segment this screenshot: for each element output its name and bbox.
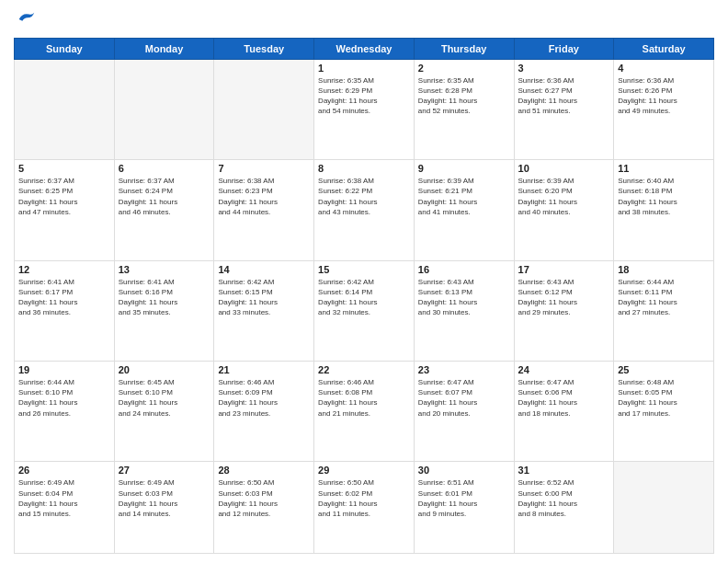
- day-info: Sunrise: 6:52 AM Sunset: 6:00 PM Dayligh…: [518, 477, 610, 519]
- calendar-header-wednesday: Wednesday: [314, 38, 415, 59]
- calendar-cell: [214, 59, 314, 159]
- day-number: 11: [618, 163, 710, 174]
- calendar-cell: 9Sunrise: 6:39 AM Sunset: 6:21 PM Daylig…: [414, 160, 514, 260]
- day-info: Sunrise: 6:40 AM Sunset: 6:18 PM Dayligh…: [618, 176, 710, 217]
- calendar-cell: 17Sunrise: 6:43 AM Sunset: 6:12 PM Dayli…: [514, 260, 614, 361]
- day-number: 2: [418, 63, 510, 74]
- day-info: Sunrise: 6:51 AM Sunset: 6:01 PM Dayligh…: [418, 477, 510, 519]
- calendar-cell: 29Sunrise: 6:50 AM Sunset: 6:02 PM Dayli…: [314, 462, 415, 554]
- day-number: 29: [318, 465, 410, 476]
- calendar-cell: 1Sunrise: 6:35 AM Sunset: 6:29 PM Daylig…: [314, 59, 415, 159]
- calendar-cell: 10Sunrise: 6:39 AM Sunset: 6:20 PM Dayli…: [514, 160, 614, 260]
- day-info: Sunrise: 6:41 AM Sunset: 6:16 PM Dayligh…: [119, 277, 210, 318]
- calendar-cell: 8Sunrise: 6:38 AM Sunset: 6:22 PM Daylig…: [314, 160, 415, 260]
- calendar-cell: 11Sunrise: 6:40 AM Sunset: 6:18 PM Dayli…: [614, 160, 714, 260]
- day-number: 21: [218, 364, 310, 375]
- day-number: 8: [318, 163, 410, 174]
- calendar-header-sunday: Sunday: [15, 38, 115, 59]
- day-number: 7: [218, 163, 310, 174]
- day-number: 4: [618, 63, 710, 74]
- calendar-cell: 2Sunrise: 6:35 AM Sunset: 6:28 PM Daylig…: [414, 59, 514, 159]
- day-info: Sunrise: 6:49 AM Sunset: 6:03 PM Dayligh…: [119, 477, 210, 519]
- day-number: 20: [119, 364, 210, 375]
- calendar-cell: 25Sunrise: 6:48 AM Sunset: 6:05 PM Dayli…: [614, 362, 714, 462]
- day-info: Sunrise: 6:36 AM Sunset: 6:27 PM Dayligh…: [518, 75, 610, 117]
- day-number: 30: [418, 465, 510, 476]
- day-info: Sunrise: 6:45 AM Sunset: 6:10 PM Dayligh…: [119, 377, 210, 419]
- calendar-cell: 12Sunrise: 6:41 AM Sunset: 6:17 PM Dayli…: [15, 260, 115, 361]
- calendar-cell: 26Sunrise: 6:49 AM Sunset: 6:04 PM Dayli…: [15, 462, 115, 554]
- day-number: 17: [518, 264, 610, 275]
- day-info: Sunrise: 6:43 AM Sunset: 6:13 PM Dayligh…: [418, 277, 510, 318]
- calendar-cell: 31Sunrise: 6:52 AM Sunset: 6:00 PM Dayli…: [514, 462, 614, 554]
- calendar-cell: 24Sunrise: 6:47 AM Sunset: 6:06 PM Dayli…: [514, 362, 614, 462]
- day-info: Sunrise: 6:47 AM Sunset: 6:06 PM Dayligh…: [518, 377, 610, 419]
- calendar-cell: 22Sunrise: 6:46 AM Sunset: 6:08 PM Dayli…: [314, 362, 415, 462]
- day-info: Sunrise: 6:42 AM Sunset: 6:15 PM Dayligh…: [218, 277, 310, 318]
- day-number: 26: [18, 465, 110, 476]
- calendar-week-4: 26Sunrise: 6:49 AM Sunset: 6:04 PM Dayli…: [15, 462, 714, 554]
- calendar-cell: 16Sunrise: 6:43 AM Sunset: 6:13 PM Dayli…: [414, 260, 514, 361]
- calendar-header-tuesday: Tuesday: [214, 38, 314, 59]
- logo-bird-icon: [16, 9, 36, 29]
- day-number: 22: [318, 364, 410, 375]
- day-info: Sunrise: 6:44 AM Sunset: 6:10 PM Dayligh…: [18, 377, 110, 419]
- day-number: 19: [18, 364, 110, 375]
- day-number: 14: [218, 264, 310, 275]
- calendar-header-friday: Friday: [514, 38, 614, 59]
- calendar-cell: 21Sunrise: 6:46 AM Sunset: 6:09 PM Dayli…: [214, 362, 314, 462]
- day-info: Sunrise: 6:39 AM Sunset: 6:20 PM Dayligh…: [518, 176, 610, 217]
- calendar-cell: 3Sunrise: 6:36 AM Sunset: 6:27 PM Daylig…: [514, 59, 614, 159]
- day-number: 25: [618, 364, 710, 375]
- day-number: 5: [18, 163, 110, 174]
- day-info: Sunrise: 6:35 AM Sunset: 6:29 PM Dayligh…: [318, 75, 410, 117]
- calendar-cell: 5Sunrise: 6:37 AM Sunset: 6:25 PM Daylig…: [15, 160, 115, 260]
- day-info: Sunrise: 6:37 AM Sunset: 6:24 PM Dayligh…: [119, 176, 210, 217]
- calendar-cell: 15Sunrise: 6:42 AM Sunset: 6:14 PM Dayli…: [314, 260, 415, 361]
- day-number: 13: [119, 264, 210, 275]
- calendar-week-1: 5Sunrise: 6:37 AM Sunset: 6:25 PM Daylig…: [15, 160, 714, 260]
- calendar-cell: 6Sunrise: 6:37 AM Sunset: 6:24 PM Daylig…: [114, 160, 214, 260]
- day-info: Sunrise: 6:36 AM Sunset: 6:26 PM Dayligh…: [618, 75, 710, 117]
- calendar-cell: 23Sunrise: 6:47 AM Sunset: 6:07 PM Dayli…: [414, 362, 514, 462]
- logo: [14, 9, 36, 30]
- calendar-cell: 20Sunrise: 6:45 AM Sunset: 6:10 PM Dayli…: [114, 362, 214, 462]
- day-info: Sunrise: 6:44 AM Sunset: 6:11 PM Dayligh…: [618, 277, 710, 318]
- day-info: Sunrise: 6:38 AM Sunset: 6:22 PM Dayligh…: [318, 176, 410, 217]
- calendar-cell: 18Sunrise: 6:44 AM Sunset: 6:11 PM Dayli…: [614, 260, 714, 361]
- day-info: Sunrise: 6:48 AM Sunset: 6:05 PM Dayligh…: [618, 377, 710, 419]
- calendar-cell: 13Sunrise: 6:41 AM Sunset: 6:16 PM Dayli…: [114, 260, 214, 361]
- day-number: 9: [418, 163, 510, 174]
- day-number: 16: [418, 264, 510, 275]
- day-number: 12: [18, 264, 110, 275]
- calendar-table: SundayMondayTuesdayWednesdayThursdayFrid…: [14, 38, 714, 554]
- day-number: 27: [119, 465, 210, 476]
- day-number: 6: [119, 163, 210, 174]
- day-number: 15: [318, 264, 410, 275]
- day-info: Sunrise: 6:43 AM Sunset: 6:12 PM Dayligh…: [518, 277, 610, 318]
- day-info: Sunrise: 6:37 AM Sunset: 6:25 PM Dayligh…: [18, 176, 110, 217]
- calendar-cell: 28Sunrise: 6:50 AM Sunset: 6:03 PM Dayli…: [214, 462, 314, 554]
- calendar-cell: 19Sunrise: 6:44 AM Sunset: 6:10 PM Dayli…: [15, 362, 115, 462]
- day-info: Sunrise: 6:47 AM Sunset: 6:07 PM Dayligh…: [418, 377, 510, 419]
- day-number: 31: [518, 465, 610, 476]
- calendar-cell: [15, 59, 115, 159]
- day-number: 28: [218, 465, 310, 476]
- calendar-cell: 4Sunrise: 6:36 AM Sunset: 6:26 PM Daylig…: [614, 59, 714, 159]
- calendar-cell: 30Sunrise: 6:51 AM Sunset: 6:01 PM Dayli…: [414, 462, 514, 554]
- day-info: Sunrise: 6:38 AM Sunset: 6:23 PM Dayligh…: [218, 176, 310, 217]
- day-number: 10: [518, 163, 610, 174]
- calendar-cell: 14Sunrise: 6:42 AM Sunset: 6:15 PM Dayli…: [214, 260, 314, 361]
- day-number: 24: [518, 364, 610, 375]
- calendar-week-0: 1Sunrise: 6:35 AM Sunset: 6:29 PM Daylig…: [15, 59, 714, 159]
- calendar-cell: 7Sunrise: 6:38 AM Sunset: 6:23 PM Daylig…: [214, 160, 314, 260]
- calendar-header-saturday: Saturday: [614, 38, 714, 59]
- day-number: 23: [418, 364, 510, 375]
- day-info: Sunrise: 6:46 AM Sunset: 6:09 PM Dayligh…: [218, 377, 310, 419]
- day-info: Sunrise: 6:41 AM Sunset: 6:17 PM Dayligh…: [18, 277, 110, 318]
- calendar-week-2: 12Sunrise: 6:41 AM Sunset: 6:17 PM Dayli…: [15, 260, 714, 361]
- calendar-header-thursday: Thursday: [414, 38, 514, 59]
- day-info: Sunrise: 6:49 AM Sunset: 6:04 PM Dayligh…: [18, 477, 110, 519]
- day-info: Sunrise: 6:46 AM Sunset: 6:08 PM Dayligh…: [318, 377, 410, 419]
- page: SundayMondayTuesdayWednesdayThursdayFrid…: [0, 0, 728, 563]
